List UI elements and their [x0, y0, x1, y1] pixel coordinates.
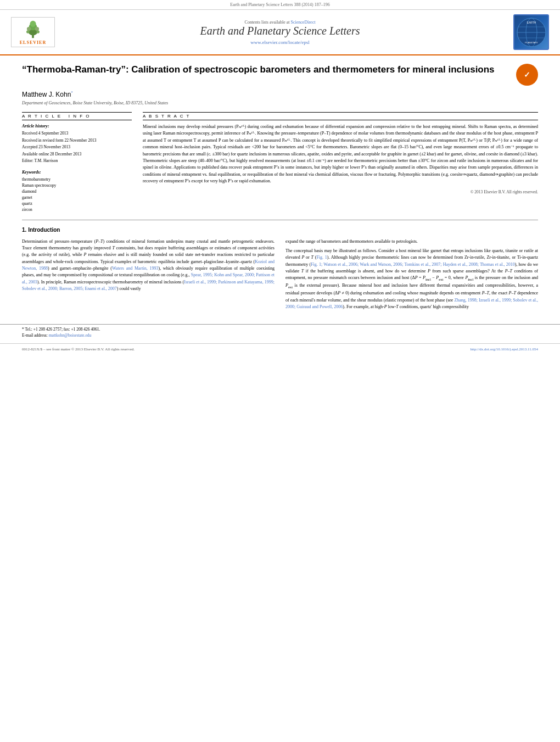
footnote-section: * Tel.: +1 208 426 2757; fax: +1 208 426… — [0, 324, 560, 338]
elsevier-brand-text: ELSEVIER — [20, 40, 46, 45]
journal-title: Earth and Planetary Science Letters — [60, 25, 500, 37]
top-reference-bar: Earth and Planetary Science Letters 388 … — [0, 0, 560, 10]
crossmark-badge[interactable]: ✓ — [516, 64, 538, 86]
intro-left-text: Determination of pressure–temperature (P… — [22, 238, 275, 293]
article-title: “Thermoba-Raman-try”: Calibration of spe… — [22, 64, 508, 76]
article-info-col: A R T I C L E I N F O Article history: R… — [22, 112, 132, 213]
keyword-4: garnet — [22, 195, 132, 200]
footnote-tel: * Tel.: +1 208 426 2757; fax: +1 208 426… — [22, 327, 538, 332]
ref-watson[interactable]: Fig. 1; Watson et al., 2006; Wark and Wa… — [311, 262, 515, 267]
svg-text:✓: ✓ — [524, 71, 530, 79]
footer-issn: 0012-821X/$ – see front matter © 2013 El… — [22, 347, 135, 352]
copyright-line: © 2013 Elsevier B.V. All rights reserved… — [143, 189, 538, 194]
abstract-text: Mineral inclusions may develop residual … — [143, 124, 538, 185]
ref-waters[interactable]: Waters and Martin, 1993 — [112, 266, 159, 271]
email-link[interactable]: mattkohn@boisestate.edu — [49, 333, 92, 338]
article-history-label: Article history: — [22, 124, 132, 129]
received-date: Received 4 September 2013 — [22, 131, 132, 137]
svg-text:PLANETARY: PLANETARY — [525, 41, 538, 44]
svg-point-7 — [36, 30, 40, 34]
elsevier-logo-area: ELSEVIER — [11, 17, 60, 47]
article-history-box: Article history: Received 4 September 20… — [22, 124, 132, 164]
doi-link[interactable]: http://dx.doi.org/10.1016/j.epsl.2013.11… — [471, 347, 538, 352]
keyword-3: diamond — [22, 189, 132, 194]
footer-doi: http://dx.doi.org/10.1016/j.epsl.2013.11… — [471, 347, 538, 352]
svg-point-5 — [35, 26, 39, 30]
keyword-5: quartz — [22, 201, 132, 206]
intro-left-col: Determination of pressure–temperature (P… — [22, 238, 275, 314]
main-content: “Thermoba-Raman-try”: Calibration of spe… — [0, 55, 560, 321]
content-list-text: Contents lists available at ScienceDirec… — [60, 20, 500, 25]
section-divider — [22, 220, 538, 220]
abstract-header: A B S T R A C T — [143, 112, 538, 120]
earth-logo-icon: EARTH PLANETARY — [513, 14, 549, 50]
svg-point-4 — [27, 26, 31, 30]
introduction-section: 1. Introduction Determination of pressur… — [22, 227, 538, 314]
article-info-header: A R T I C L E I N F O — [22, 112, 132, 120]
accepted-date: Accepted 23 November 2013 — [22, 144, 132, 150]
editor: Editor: T.M. Harrison — [22, 158, 132, 164]
page-footer: 0012-821X/$ – see front matter © 2013 El… — [0, 343, 560, 355]
article-info-abstract: A R T I C L E I N F O Article history: R… — [22, 112, 538, 213]
author-name: Matthew J. Kohn* — [22, 90, 538, 98]
elsevier-tree-icon — [22, 20, 44, 39]
keywords-section: Keywords: thermobarometry Raman spectros… — [22, 170, 132, 212]
page: Earth and Planetary Science Letters 388 … — [0, 0, 560, 742]
available-date: Available online 28 December 2013 — [22, 152, 132, 158]
abstract-col: A B S T R A C T Mineral inclusions may d… — [143, 112, 538, 213]
ref-fig1[interactable]: Fig. 1 — [316, 255, 327, 260]
sciencedirect-link[interactable]: ScienceDirect — [291, 20, 316, 25]
keyword-2: Raman spectroscopy — [22, 183, 132, 188]
journal-title-area: Contents lists available at ScienceDirec… — [60, 20, 500, 45]
author-sup: * — [71, 90, 72, 95]
crossmark-icon: ✓ — [519, 66, 535, 83]
svg-point-3 — [30, 20, 36, 26]
article-title-text: “Thermoba-Raman-try”: Calibration of spe… — [22, 64, 508, 76]
journal-header: ELSEVIER Contents lists available at Sci… — [0, 10, 560, 55]
keyword-1: thermobarometry — [22, 177, 132, 182]
svg-text:EARTH: EARTH — [527, 21, 536, 24]
earth-logo-area: EARTH PLANETARY — [500, 14, 549, 50]
keywords-label: Keywords: — [22, 170, 132, 175]
keyword-6: zircon — [22, 207, 132, 212]
svg-point-6 — [26, 30, 30, 34]
intro-right-text: expand the range of barometers and therm… — [285, 238, 538, 311]
received-revised-date: Received in revised form 22 November 201… — [22, 138, 132, 144]
affiliation: Department of Geosciences, Boise State U… — [22, 101, 538, 105]
earth-globe-icon: EARTH PLANETARY — [515, 16, 548, 49]
journal-ref: Earth and Planetary Science Letters 388 … — [230, 2, 330, 7]
ref-zhang[interactable]: Zhang, 1998; Izraeli et al., 1999; Sobol… — [285, 298, 538, 309]
elsevier-box: ELSEVIER — [11, 17, 55, 47]
article-title-section: “Thermoba-Raman-try”: Calibration of spe… — [22, 64, 538, 86]
intro-right-col: expand the range of barometers and therm… — [285, 238, 538, 314]
footnote-email: E-mail address: mattkohn@boisestate.edu — [22, 333, 538, 338]
journal-url[interactable]: www.elsevier.com/locate/epsl — [60, 40, 500, 45]
ref-israeli[interactable]: Israeli et al., 1999; Parkinson and Kata… — [22, 280, 275, 291]
introduction-body: Determination of pressure–temperature (P… — [22, 238, 538, 314]
section-1-title: 1. Introduction — [22, 227, 538, 233]
